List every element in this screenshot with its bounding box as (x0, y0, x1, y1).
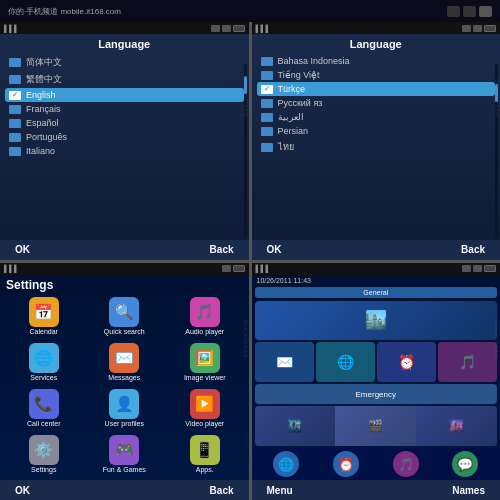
app-label-apps: Apps. (196, 466, 214, 473)
list-item[interactable]: Français (5, 102, 244, 116)
widget-mail[interactable]: ✉️ (255, 342, 314, 382)
app-item-apps[interactable]: 📱 Apps. (166, 435, 244, 478)
status-icon-1 (211, 25, 220, 32)
app-item-calendar[interactable]: 📅 Calendar (5, 297, 83, 340)
status-icon-tr1 (462, 25, 471, 32)
bottom-bar-tl: OK Back (0, 240, 249, 260)
app-label-images: Image viewer (184, 374, 226, 381)
site-banner: 你的·手机频道 mobile.it168.com (0, 0, 500, 22)
lang-flag-icon (9, 133, 21, 142)
signal-tr: ▌▌▌ (256, 25, 271, 32)
list-item[interactable]: Русский яз (257, 96, 496, 110)
app-label-messages: Messages (108, 374, 140, 381)
status-bar-tr: ▌▌▌ (252, 22, 501, 34)
audio-icon: 🎵 (190, 297, 220, 327)
user-profiles-icon: 👤 (109, 389, 139, 419)
status-icon-br2 (473, 265, 482, 272)
menu-button[interactable]: Menu (267, 485, 293, 496)
watermark-tr: dealextreme (494, 79, 500, 118)
app-item-services[interactable]: 🌐 Services (5, 343, 83, 386)
tab-general[interactable]: General (255, 287, 498, 298)
list-item[interactable]: Persian (257, 124, 496, 138)
home-date: 10/26/2011 11:43 (257, 277, 312, 284)
app-item-images[interactable]: 🖼️ Image viewer (166, 343, 244, 386)
list-item[interactable]: Tiếng Việt (257, 68, 496, 82)
status-icon-2 (222, 25, 231, 32)
app-item-call[interactable]: 📞 Call center (5, 389, 83, 432)
games-icon: 🎮 (109, 435, 139, 465)
list-item[interactable]: Bahasa Indonesia (257, 54, 496, 68)
emergency-button[interactable]: Emergency (255, 384, 498, 404)
status-icon-br1 (462, 265, 471, 272)
status-icons-tr (462, 25, 496, 32)
photo-1: 🌃 (255, 406, 336, 446)
list-item[interactable]: Italiano (5, 144, 244, 158)
app-item-search[interactable]: 🔍 Quick search (86, 297, 164, 340)
list-item[interactable]: Español (5, 116, 244, 130)
status-bar-br: ▌▌▌ (252, 263, 501, 275)
list-item[interactable]: العربية (257, 110, 496, 124)
banner-icon: 🏙️ (365, 309, 387, 331)
app-label-search: Quick search (104, 328, 145, 335)
app-label-audio: Audio player (185, 328, 224, 335)
battery-icon-bl (233, 265, 245, 272)
lang-flag-icon (261, 57, 273, 66)
app-item-messages[interactable]: ✉️ Messages (86, 343, 164, 386)
home-datetime-bar: 10/26/2011 11:43 (252, 275, 501, 286)
back-button-bl[interactable]: Back (210, 485, 234, 496)
widget-globe[interactable]: 🌐 (316, 342, 375, 382)
app-item-profiles[interactable]: 👤 User profiles (86, 389, 164, 432)
watermark-tl: dealextreme (243, 79, 249, 118)
services-icon: 🌐 (29, 343, 59, 373)
signal-br: ▌▌▌ (256, 265, 271, 272)
widget-music[interactable]: 🎵 (438, 342, 497, 382)
dock-icon-2[interactable]: ⏰ (333, 451, 359, 477)
dock-icon-3[interactable]: 🎵 (393, 451, 419, 477)
status-icon-bl1 (222, 265, 231, 272)
ok-button-tl[interactable]: OK (15, 244, 30, 255)
back-button-tl[interactable]: Back (210, 244, 234, 255)
lang-title-1: Language (0, 34, 249, 53)
back-button-tr[interactable]: Back (461, 244, 485, 255)
dock-icon-1[interactable]: 🌐 (273, 451, 299, 477)
battery-icon-br (484, 265, 496, 272)
signal-tl: ▌▌▌ (4, 25, 19, 32)
site-title: 你的·手机频道 mobile.it168.com (8, 6, 121, 17)
app-label-services: Services (30, 374, 57, 381)
lang-flag-icon (9, 75, 21, 84)
lang-flag-icon-selected: ✓ (9, 91, 21, 100)
app-item-audio[interactable]: 🎵 Audio player (166, 297, 244, 340)
screen-top-left: ▌▌▌ Language 简体中文 (0, 22, 249, 260)
apps-grid: 📅 Calendar 🔍 Quick search 🎵 Audio player… (0, 295, 249, 481)
app-label-profiles: User profiles (105, 420, 144, 427)
home-screen: 10/26/2011 11:43 General 🏙️ (252, 275, 501, 501)
lang-flag-icon (9, 119, 21, 128)
lang-flag-icon (9, 58, 21, 67)
list-item[interactable]: 简体中文 (5, 54, 244, 71)
list-item[interactable]: Português (5, 130, 244, 144)
dock-icon-4[interactable]: 💬 (452, 451, 478, 477)
main-container: 你的·手机频道 mobile.it168.com ▌▌▌ Language (0, 0, 500, 500)
settings-icon: ⚙️ (29, 435, 59, 465)
ok-button-tr[interactable]: OK (267, 244, 282, 255)
app-label-call: Call center (27, 420, 60, 427)
widget-clock[interactable]: ⏰ (377, 342, 436, 382)
list-item-selected[interactable]: ✓ English (5, 88, 244, 102)
image-viewer-icon: 🖼️ (190, 343, 220, 373)
app-item-settings[interactable]: ⚙️ Settings (5, 435, 83, 478)
photo-2: 🎬 (335, 406, 416, 446)
ok-button-bl[interactable]: OK (15, 485, 30, 496)
video-player-icon: ▶️ (190, 389, 220, 419)
site-icon-3 (479, 6, 492, 17)
search-icon: 🔍 (109, 297, 139, 327)
app-item-games[interactable]: 🎮 Fun & Games (86, 435, 164, 478)
list-item-selected[interactable]: ✓ Türkçe (257, 82, 496, 96)
list-item[interactable]: 繁體中文 (5, 71, 244, 88)
names-button[interactable]: Names (452, 485, 485, 496)
list-item[interactable]: ไทย (257, 138, 496, 156)
status-icons-br (462, 265, 496, 272)
status-bar-bl: ▌▌▌ (0, 263, 249, 275)
bottom-bar-br: Menu Names (252, 480, 501, 500)
apps-icon: 📱 (190, 435, 220, 465)
app-item-video[interactable]: ▶️ Video player (166, 389, 244, 432)
